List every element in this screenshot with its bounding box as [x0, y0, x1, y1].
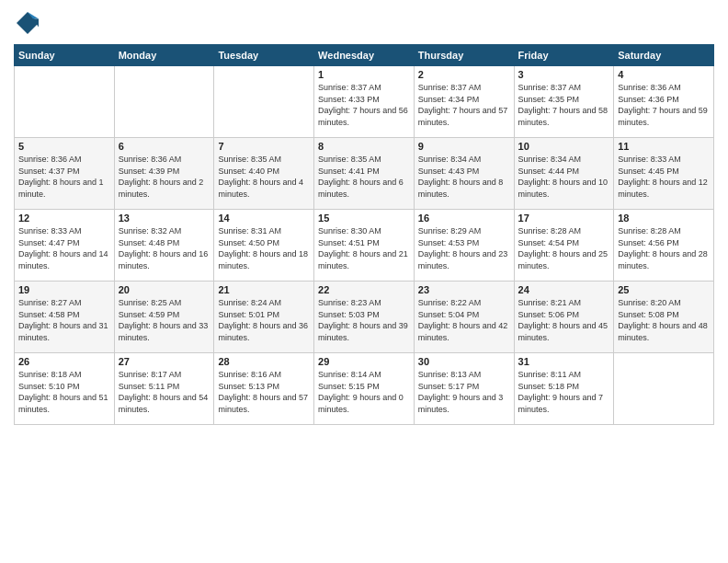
calendar-cell: 14 Sunrise: 8:31 AMSunset: 4:50 PMDaylig… [214, 210, 314, 282]
page-container: SundayMondayTuesdayWednesdayThursdayFrid… [0, 0, 728, 434]
day-info: Sunrise: 8:33 AMSunset: 4:47 PMDaylight:… [18, 225, 110, 271]
calendar-cell [614, 353, 714, 425]
calendar-cell: 26 Sunrise: 8:18 AMSunset: 5:10 PMDaylig… [15, 353, 115, 425]
calendar-cell: 5 Sunrise: 8:36 AMSunset: 4:37 PMDayligh… [15, 138, 115, 210]
calendar-cell: 16 Sunrise: 8:29 AMSunset: 4:53 PMDaylig… [414, 210, 514, 282]
day-info: Sunrise: 8:36 AMSunset: 4:39 PMDaylight:… [119, 154, 210, 200]
calendar-table: SundayMondayTuesdayWednesdayThursdayFrid… [14, 44, 714, 425]
day-number: 15 [318, 213, 410, 224]
calendar-week-row: 5 Sunrise: 8:36 AMSunset: 4:37 PMDayligh… [15, 138, 714, 210]
day-info: Sunrise: 8:28 AMSunset: 4:56 PMDaylight:… [618, 225, 710, 271]
calendar-cell: 1 Sunrise: 8:37 AMSunset: 4:33 PMDayligh… [314, 66, 415, 138]
logo [14, 9, 45, 37]
day-number: 13 [119, 213, 210, 224]
day-number: 12 [18, 213, 110, 224]
calendar-cell: 27 Sunrise: 8:17 AMSunset: 5:11 PMDaylig… [114, 353, 214, 425]
day-number: 17 [518, 213, 610, 224]
day-info: Sunrise: 8:35 AMSunset: 4:40 PMDaylight:… [218, 154, 310, 200]
calendar-cell [114, 66, 214, 138]
calendar-cell: 24 Sunrise: 8:21 AMSunset: 5:06 PMDaylig… [514, 282, 614, 353]
calendar-cell [15, 66, 115, 138]
day-number: 29 [318, 356, 410, 367]
calendar-cell: 25 Sunrise: 8:20 AMSunset: 5:08 PMDaylig… [614, 282, 714, 353]
weekday-header: Tuesday [214, 45, 314, 66]
weekday-header: Sunday [15, 45, 115, 66]
day-info: Sunrise: 8:28 AMSunset: 4:54 PMDaylight:… [518, 225, 610, 271]
day-number: 21 [218, 284, 310, 295]
day-info: Sunrise: 8:13 AMSunset: 5:17 PMDaylight:… [418, 369, 510, 415]
day-number: 11 [618, 141, 710, 152]
day-number: 23 [418, 284, 510, 295]
calendar-cell: 6 Sunrise: 8:36 AMSunset: 4:39 PMDayligh… [114, 138, 214, 210]
day-number: 19 [18, 284, 110, 295]
day-number: 5 [18, 141, 110, 152]
day-info: Sunrise: 8:21 AMSunset: 5:06 PMDaylight:… [518, 297, 610, 343]
calendar-cell: 7 Sunrise: 8:35 AMSunset: 4:40 PMDayligh… [214, 138, 314, 210]
calendar-cell: 15 Sunrise: 8:30 AMSunset: 4:51 PMDaylig… [314, 210, 415, 282]
calendar-week-row: 1 Sunrise: 8:37 AMSunset: 4:33 PMDayligh… [15, 66, 714, 138]
weekday-header: Saturday [614, 45, 714, 66]
day-number: 18 [618, 213, 710, 224]
weekday-header: Monday [114, 45, 214, 66]
calendar-cell: 19 Sunrise: 8:27 AMSunset: 4:58 PMDaylig… [15, 282, 115, 353]
day-info: Sunrise: 8:33 AMSunset: 4:45 PMDaylight:… [618, 154, 710, 200]
day-number: 20 [119, 284, 210, 295]
day-number: 24 [518, 284, 610, 295]
calendar-week-row: 26 Sunrise: 8:18 AMSunset: 5:10 PMDaylig… [15, 353, 714, 425]
day-number: 28 [218, 356, 310, 367]
day-info: Sunrise: 8:32 AMSunset: 4:48 PMDaylight:… [119, 225, 210, 271]
day-number: 3 [518, 69, 610, 80]
day-info: Sunrise: 8:37 AMSunset: 4:35 PMDaylight:… [518, 82, 610, 128]
calendar-cell: 13 Sunrise: 8:32 AMSunset: 4:48 PMDaylig… [114, 210, 214, 282]
day-number: 26 [18, 356, 110, 367]
day-number: 16 [418, 213, 510, 224]
day-number: 14 [218, 213, 310, 224]
day-number: 10 [518, 141, 610, 152]
day-number: 25 [618, 284, 710, 295]
calendar-cell: 11 Sunrise: 8:33 AMSunset: 4:45 PMDaylig… [614, 138, 714, 210]
day-info: Sunrise: 8:37 AMSunset: 4:33 PMDaylight:… [318, 82, 410, 128]
day-info: Sunrise: 8:36 AMSunset: 4:36 PMDaylight:… [618, 82, 710, 128]
day-number: 9 [418, 141, 510, 152]
day-info: Sunrise: 8:31 AMSunset: 4:50 PMDaylight:… [218, 225, 310, 271]
calendar-cell: 9 Sunrise: 8:34 AMSunset: 4:43 PMDayligh… [414, 138, 514, 210]
day-number: 2 [418, 69, 510, 80]
weekday-header-row: SundayMondayTuesdayWednesdayThursdayFrid… [15, 45, 714, 66]
calendar-cell: 20 Sunrise: 8:25 AMSunset: 4:59 PMDaylig… [114, 282, 214, 353]
calendar-cell: 22 Sunrise: 8:23 AMSunset: 5:03 PMDaylig… [314, 282, 415, 353]
day-number: 7 [218, 141, 310, 152]
day-info: Sunrise: 8:16 AMSunset: 5:13 PMDaylight:… [218, 369, 310, 415]
day-number: 31 [518, 356, 610, 367]
weekday-header: Friday [514, 45, 614, 66]
day-info: Sunrise: 8:35 AMSunset: 4:41 PMDaylight:… [318, 154, 410, 200]
day-info: Sunrise: 8:34 AMSunset: 4:44 PMDaylight:… [518, 154, 610, 200]
calendar-week-row: 12 Sunrise: 8:33 AMSunset: 4:47 PMDaylig… [15, 210, 714, 282]
day-info: Sunrise: 8:20 AMSunset: 5:08 PMDaylight:… [618, 297, 710, 343]
calendar-cell: 2 Sunrise: 8:37 AMSunset: 4:34 PMDayligh… [414, 66, 514, 138]
day-info: Sunrise: 8:27 AMSunset: 4:58 PMDaylight:… [18, 297, 110, 343]
day-info: Sunrise: 8:36 AMSunset: 4:37 PMDaylight:… [18, 154, 110, 200]
calendar-week-row: 19 Sunrise: 8:27 AMSunset: 4:58 PMDaylig… [15, 282, 714, 353]
logo-icon [14, 9, 41, 37]
calendar-cell: 10 Sunrise: 8:34 AMSunset: 4:44 PMDaylig… [514, 138, 614, 210]
calendar-cell: 12 Sunrise: 8:33 AMSunset: 4:47 PMDaylig… [15, 210, 115, 282]
day-info: Sunrise: 8:11 AMSunset: 5:18 PMDaylight:… [518, 369, 610, 415]
day-info: Sunrise: 8:29 AMSunset: 4:53 PMDaylight:… [418, 225, 510, 271]
calendar-cell: 18 Sunrise: 8:28 AMSunset: 4:56 PMDaylig… [614, 210, 714, 282]
day-info: Sunrise: 8:17 AMSunset: 5:11 PMDaylight:… [119, 369, 210, 415]
day-info: Sunrise: 8:30 AMSunset: 4:51 PMDaylight:… [318, 225, 410, 271]
day-number: 30 [418, 356, 510, 367]
day-number: 8 [318, 141, 410, 152]
day-info: Sunrise: 8:22 AMSunset: 5:04 PMDaylight:… [418, 297, 510, 343]
calendar-cell: 31 Sunrise: 8:11 AMSunset: 5:18 PMDaylig… [514, 353, 614, 425]
weekday-header: Wednesday [314, 45, 415, 66]
day-number: 27 [119, 356, 210, 367]
day-number: 1 [318, 69, 410, 80]
calendar-cell [214, 66, 314, 138]
day-info: Sunrise: 8:25 AMSunset: 4:59 PMDaylight:… [119, 297, 210, 343]
page-header [14, 9, 714, 37]
day-info: Sunrise: 8:24 AMSunset: 5:01 PMDaylight:… [218, 297, 310, 343]
calendar-cell: 21 Sunrise: 8:24 AMSunset: 5:01 PMDaylig… [214, 282, 314, 353]
day-number: 4 [618, 69, 710, 80]
day-number: 22 [318, 284, 410, 295]
